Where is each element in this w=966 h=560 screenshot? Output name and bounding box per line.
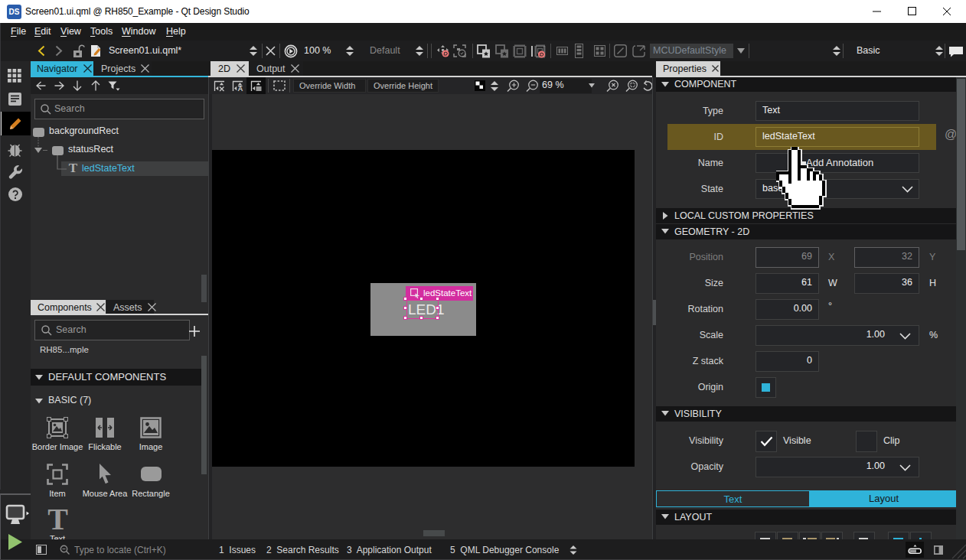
svg-text:A: A (238, 84, 243, 92)
